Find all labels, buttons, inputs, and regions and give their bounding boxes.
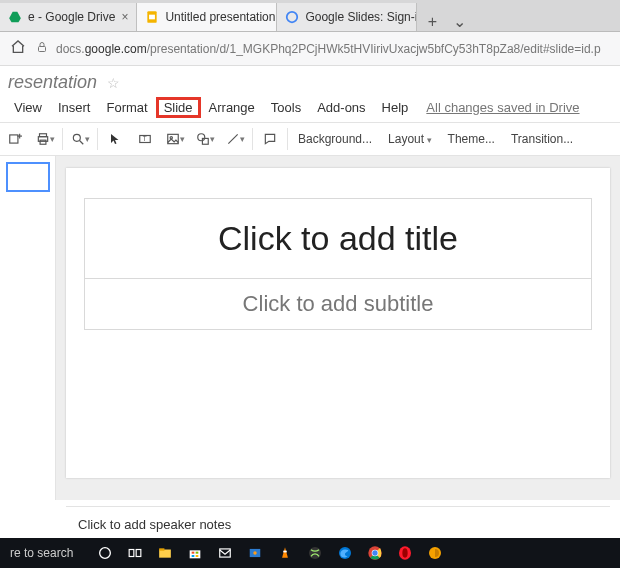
photos-icon[interactable]: [241, 538, 269, 568]
svg-rect-32: [220, 549, 231, 557]
doc-title[interactable]: resentation: [8, 72, 97, 93]
svg-line-19: [228, 134, 237, 143]
chrome-icon[interactable]: [361, 538, 389, 568]
svg-rect-27: [190, 550, 201, 558]
menu-format[interactable]: Format: [98, 97, 155, 118]
close-icon[interactable]: ×: [121, 10, 128, 24]
tabs-dropdown[interactable]: ⌄: [447, 12, 471, 31]
theme-button[interactable]: Theme...: [440, 132, 503, 146]
svg-rect-18: [202, 138, 208, 144]
new-slide-button[interactable]: [0, 124, 30, 154]
browser-toolbar: docs.google.com/presentation/d/1_MGKPhq2…: [0, 32, 620, 66]
svg-marker-0: [9, 12, 21, 23]
menu-arrange[interactable]: Arrange: [201, 97, 263, 118]
svg-rect-25: [160, 550, 172, 558]
tab-label: Untitled presentation -: [165, 10, 277, 24]
print-button[interactable]: [30, 124, 60, 154]
home-icon[interactable]: [10, 39, 26, 58]
url-bar[interactable]: docs.google.com/presentation/d/1_MGKPhq2…: [36, 40, 610, 57]
slides-icon: [145, 10, 159, 24]
drive-icon: [8, 10, 22, 24]
svg-rect-5: [10, 135, 18, 143]
svg-point-37: [309, 547, 321, 559]
svg-rect-31: [196, 555, 199, 557]
svg-text:T: T: [143, 135, 147, 142]
title-placeholder[interactable]: Click to add title: [84, 198, 592, 279]
workspace: Click to add title Click to add subtitle: [0, 156, 620, 500]
slide-thumbnail[interactable]: [6, 162, 50, 192]
shape-tool[interactable]: [190, 124, 220, 154]
app-icon[interactable]: [421, 538, 449, 568]
comment-button[interactable]: [255, 124, 285, 154]
url-text: docs.google.com/presentation/d/1_MGKPhq2…: [56, 42, 601, 56]
menu-bar: View Insert Format Slide Arrange Tools A…: [4, 93, 616, 122]
lock-icon: [36, 40, 48, 57]
svg-rect-24: [137, 550, 142, 557]
image-tool[interactable]: [160, 124, 190, 154]
google-icon: [285, 10, 299, 24]
svg-marker-35: [282, 547, 288, 558]
slide-canvas-area: Click to add title Click to add subtitle: [56, 156, 620, 500]
background-button[interactable]: Background...: [290, 132, 380, 146]
browser-tab[interactable]: Untitled presentation - ×: [137, 3, 277, 31]
star-icon[interactable]: ☆: [107, 75, 120, 91]
windows-taskbar: re to search: [0, 538, 620, 568]
svg-rect-28: [192, 552, 195, 554]
subtitle-placeholder[interactable]: Click to add subtitle: [84, 279, 592, 330]
svg-rect-15: [167, 134, 178, 143]
svg-point-11: [73, 134, 80, 141]
svg-point-3: [287, 12, 298, 23]
svg-rect-29: [196, 552, 199, 554]
xbox-icon[interactable]: [301, 538, 329, 568]
opera-icon[interactable]: [391, 538, 419, 568]
transition-button[interactable]: Transition...: [503, 132, 581, 146]
svg-point-45: [403, 548, 408, 557]
textbox-tool[interactable]: T: [130, 124, 160, 154]
vlc-icon[interactable]: [271, 538, 299, 568]
select-tool[interactable]: [100, 124, 130, 154]
svg-rect-2: [149, 15, 155, 20]
edge-icon[interactable]: [331, 538, 359, 568]
zoom-button[interactable]: [65, 124, 95, 154]
svg-line-12: [79, 141, 83, 145]
file-explorer-icon[interactable]: [151, 538, 179, 568]
svg-point-34: [254, 551, 258, 555]
svg-rect-30: [192, 555, 195, 557]
svg-point-17: [197, 134, 204, 141]
svg-rect-26: [160, 548, 165, 550]
svg-rect-23: [130, 550, 135, 557]
browser-tab[interactable]: Google Slides: Sign-in: [277, 3, 417, 31]
menu-insert[interactable]: Insert: [50, 97, 99, 118]
slide-thumbnail-panel: [0, 156, 56, 500]
store-icon[interactable]: [181, 538, 209, 568]
mail-icon[interactable]: [211, 538, 239, 568]
svg-point-43: [373, 550, 378, 555]
menu-help[interactable]: Help: [374, 97, 417, 118]
svg-rect-36: [284, 551, 288, 553]
slide-canvas[interactable]: Click to add title Click to add subtitle: [66, 168, 610, 478]
taskbar-search[interactable]: re to search: [0, 546, 83, 560]
taskbar-tray: [91, 538, 449, 568]
menu-slide[interactable]: Slide: [156, 97, 201, 118]
svg-rect-4: [39, 47, 46, 52]
tab-label: e - Google Drive: [28, 10, 115, 24]
cortana-icon[interactable]: [91, 538, 119, 568]
menu-view[interactable]: View: [6, 97, 50, 118]
new-tab-button[interactable]: +: [417, 13, 447, 31]
svg-point-22: [100, 548, 111, 559]
menu-addons[interactable]: Add-ons: [309, 97, 373, 118]
tab-label: Google Slides: Sign-in: [305, 10, 417, 24]
browser-tab-strip: e - Google Drive × Untitled presentation…: [0, 0, 620, 32]
browser-tab[interactable]: e - Google Drive ×: [0, 3, 137, 31]
line-tool[interactable]: [220, 124, 250, 154]
menu-tools[interactable]: Tools: [263, 97, 309, 118]
layout-button[interactable]: Layout: [380, 132, 440, 146]
toolbar: T Background... Layout Theme... Transiti…: [0, 122, 620, 156]
task-view-icon[interactable]: [121, 538, 149, 568]
save-status[interactable]: All changes saved in Drive: [426, 100, 579, 115]
doc-header: resentation ☆ View Insert Format Slide A…: [0, 66, 620, 122]
